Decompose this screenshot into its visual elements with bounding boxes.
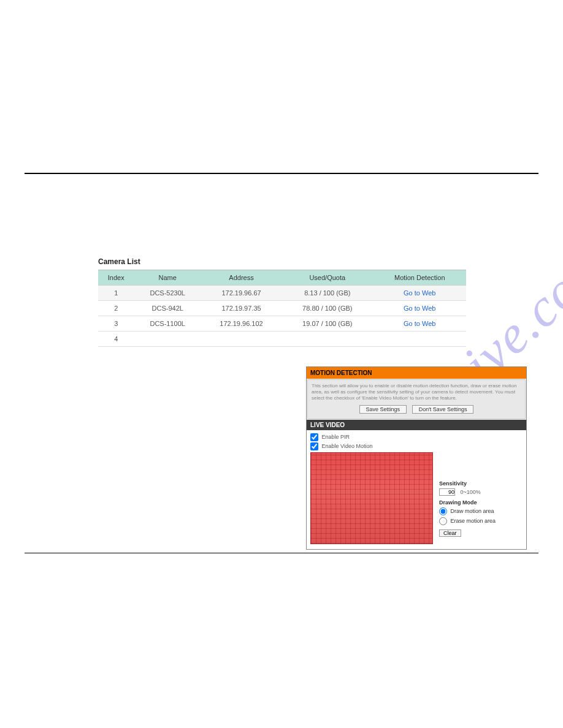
divider-top (25, 173, 538, 174)
sensitivity-range-text: 0~100% (461, 489, 481, 495)
motion-detection-header: MOTION DETECTION (307, 367, 526, 379)
sensitivity-label: Sensitivity (439, 480, 523, 487)
table-row: 1 DCS-5230L 172.19.96.67 8.13 / 100 (GB)… (98, 286, 466, 301)
erase-motion-area-label: Erase motion area (451, 518, 496, 524)
camera-table: Index Name Address Used/Quota Motion Det… (98, 270, 466, 347)
go-to-web-link[interactable]: Go to Web (404, 289, 435, 297)
table-header-row: Index Name Address Used/Quota Motion Det… (98, 270, 466, 286)
enable-video-motion-label: Enable Video Motion (322, 443, 373, 449)
col-index: Index (98, 270, 134, 286)
enable-pir-checkbox[interactable] (310, 433, 318, 441)
motion-side-controls: Sensitivity 0~100% Drawing Mode Draw mot… (439, 452, 523, 544)
enable-pir-label: Enable PIR (322, 434, 350, 440)
col-name: Name (134, 270, 201, 286)
cell-name (134, 332, 201, 347)
col-address: Address (201, 270, 282, 286)
motion-area-canvas[interactable] (310, 452, 433, 544)
table-row: 2 DCS-942L 172.19.97.35 78.80 / 100 (GB)… (98, 301, 466, 316)
cell-used-quota: 78.80 / 100 (GB) (282, 301, 373, 316)
live-video-body: Enable PIR Enable Video Motion Sensitivi… (307, 430, 526, 549)
cell-index: 3 (98, 316, 134, 332)
cell-used-quota (282, 332, 373, 347)
table-row: 3 DCS-1100L 172.19.96.102 19.07 / 100 (G… (98, 316, 466, 332)
cell-used-quota: 19.07 / 100 (GB) (282, 316, 373, 332)
cell-index: 4 (98, 332, 134, 347)
sensitivity-input[interactable] (439, 488, 455, 496)
cell-address (201, 332, 282, 347)
col-used-quota: Used/Quota (282, 270, 373, 286)
cell-name: DCS-1100L (134, 316, 201, 332)
dont-save-settings-button[interactable]: Don't Save Settings (412, 405, 474, 414)
erase-motion-area-radio[interactable] (439, 517, 447, 525)
camera-list-section: Camera List Index Name Address Used/Quot… (98, 257, 466, 347)
motion-grid (311, 453, 432, 544)
motion-description-box: This section will allow you to enable or… (307, 379, 526, 419)
save-settings-button[interactable]: Save Settings (359, 405, 407, 414)
cell-name: DCS-942L (134, 301, 201, 316)
go-to-web-link[interactable]: Go to Web (404, 305, 435, 312)
cell-index: 2 (98, 301, 134, 316)
draw-motion-area-label: Draw motion area (451, 508, 494, 514)
motion-detection-panel: MOTION DETECTION This section will allow… (306, 366, 527, 550)
cell-address: 172.19.96.67 (201, 286, 282, 301)
cell-motion (373, 332, 467, 347)
cell-used-quota: 8.13 / 100 (GB) (282, 286, 373, 301)
cell-address: 172.19.96.102 (201, 316, 282, 332)
clear-button[interactable]: Clear (439, 529, 461, 537)
enable-video-motion-checkbox[interactable] (310, 442, 318, 450)
live-video-header: LIVE VIDEO (307, 420, 526, 430)
camera-list-title: Camera List (98, 257, 466, 266)
go-to-web-link[interactable]: Go to Web (404, 320, 435, 327)
col-motion: Motion Detection (373, 270, 467, 286)
drawing-mode-label: Drawing Mode (439, 499, 523, 506)
draw-motion-area-radio[interactable] (439, 507, 447, 515)
divider-bottom (25, 553, 538, 553)
cell-name: DCS-5230L (134, 286, 201, 301)
motion-description-text: This section will allow you to enable or… (312, 383, 521, 401)
cell-address: 172.19.97.35 (201, 301, 282, 316)
cell-index: 1 (98, 286, 134, 301)
table-row: 4 (98, 332, 466, 347)
